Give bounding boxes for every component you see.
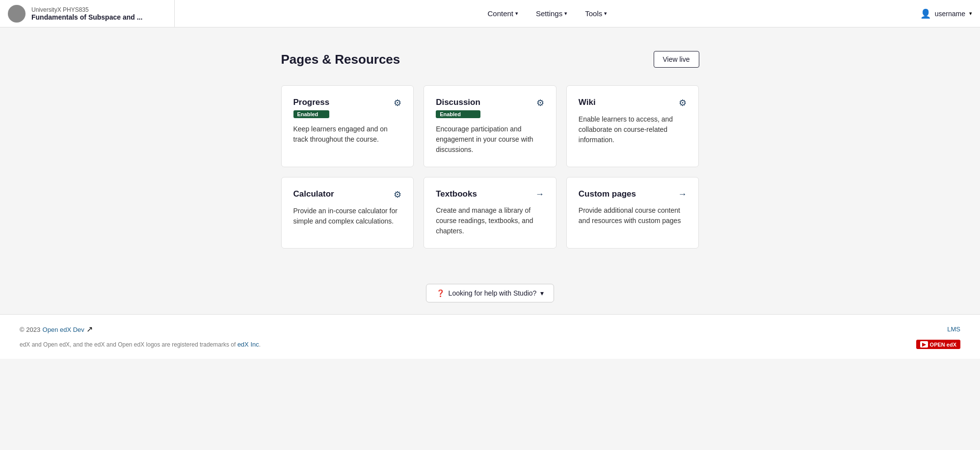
chevron-down-icon: ▾ [604, 10, 607, 17]
card-discussion-title: Discussion [436, 98, 480, 107]
question-icon: ❓ [436, 289, 445, 297]
card-textbooks[interactable]: Textbooks → Create and manage a library … [424, 177, 556, 249]
course-label: Fundamentals of Subspace and ... [31, 13, 142, 21]
footer-left: © 2023 Open edX Dev ↗ [20, 325, 93, 334]
footer: © 2023 Open edX Dev ↗ LMS edX and Open e… [0, 314, 980, 359]
card-progress-desc: Keep learners engaged and on track throu… [293, 124, 402, 155]
open-edx-dev-link[interactable]: Open edX Dev [43, 326, 84, 333]
discussion-enabled-badge: Enabled [436, 110, 480, 118]
page-header: Pages & Resources View live [281, 51, 699, 68]
arrow-right-icon: → [678, 189, 687, 200]
help-bar: ❓ Looking for help with Studio? ▾ [0, 272, 980, 314]
footer-top: © 2023 Open edX Dev ↗ LMS [20, 325, 960, 334]
nav-right: 👤 username ▾ [920, 8, 972, 19]
card-textbooks-desc: Create and manage a library of course re… [436, 205, 544, 236]
gear-icon[interactable]: ⚙ [394, 98, 401, 108]
card-wiki: Wiki ⚙ Enable learners to access, and co… [566, 85, 699, 167]
copyright-text: © 2023 [20, 326, 40, 333]
username-label[interactable]: username [935, 10, 965, 18]
trademark-text: edX and Open edX, and the edX and Open e… [20, 341, 261, 348]
card-custom-pages-desc: Provide additional course content and re… [579, 205, 687, 236]
nav-links: Content ▾ Settings ▾ Tools ▾ [175, 5, 920, 22]
openedx-logo: ▶ OPEN edX [916, 340, 960, 349]
brand-icon [8, 5, 26, 23]
card-textbooks-title: Textbooks [436, 189, 477, 199]
help-label: Looking for help with Studio? [449, 289, 537, 297]
cards-grid: Progress Enabled ⚙ Keep learners engaged… [281, 85, 699, 249]
gear-icon[interactable]: ⚙ [394, 189, 401, 200]
card-calculator-desc: Provide an in-course calculator for simp… [293, 206, 402, 236]
brand-area: UniversityX PHYS835 Fundamentals of Subs… [8, 0, 175, 27]
nav-content[interactable]: Content ▾ [480, 5, 525, 22]
card-wiki-title: Wiki [579, 98, 596, 107]
university-label: UniversityX PHYS835 [31, 6, 142, 13]
chevron-down-icon: ▾ [515, 10, 518, 17]
chevron-down-icon: ▾ [564, 10, 567, 17]
openedx-badge: ▶ OPEN edX [916, 340, 960, 349]
progress-enabled-badge: Enabled [293, 110, 330, 118]
card-discussion: Discussion Enabled ⚙ Encourage participa… [424, 85, 556, 167]
card-wiki-header: Wiki ⚙ [579, 98, 687, 108]
external-link-icon: ↗ [86, 325, 93, 333]
arrow-right-icon: → [535, 189, 544, 200]
card-calculator-header: Calculator ⚙ [293, 189, 402, 200]
user-icon: 👤 [920, 8, 931, 19]
card-custom-pages-title: Custom pages [579, 189, 636, 199]
chevron-down-icon: ▾ [540, 289, 544, 297]
main-content: Pages & Resources View live Progress Ena… [269, 27, 711, 272]
card-progress-header: Progress Enabled ⚙ [293, 98, 402, 118]
card-wiki-desc: Enable learners to access, and collabora… [579, 114, 687, 155]
card-discussion-desc: Encourage participation and engagement i… [436, 124, 544, 155]
card-calculator-title: Calculator [293, 189, 334, 199]
edx-inc-link[interactable]: edX Inc [238, 341, 259, 348]
card-progress-title: Progress [293, 98, 330, 107]
card-calculator: Calculator ⚙ Provide an in-course calcul… [281, 177, 414, 249]
view-live-button[interactable]: View live [654, 51, 699, 68]
nav-tools[interactable]: Tools ▾ [578, 5, 614, 22]
card-custom-pages[interactable]: Custom pages → Provide additional course… [566, 177, 699, 249]
help-button[interactable]: ❓ Looking for help with Studio? ▾ [426, 284, 555, 302]
page-title: Pages & Resources [281, 52, 400, 67]
lms-link[interactable]: LMS [947, 325, 960, 333]
card-textbooks-header: Textbooks → [436, 189, 544, 200]
gear-icon[interactable]: ⚙ [536, 98, 544, 108]
card-progress: Progress Enabled ⚙ Keep learners engaged… [281, 85, 414, 167]
nav-settings[interactable]: Settings ▾ [529, 5, 574, 22]
chevron-down-icon: ▾ [969, 10, 972, 17]
brand-text: UniversityX PHYS835 Fundamentals of Subs… [31, 6, 142, 21]
card-custom-pages-header: Custom pages → [579, 189, 687, 200]
navbar: UniversityX PHYS835 Fundamentals of Subs… [0, 0, 980, 27]
card-discussion-header: Discussion Enabled ⚙ [436, 98, 544, 118]
gear-icon[interactable]: ⚙ [679, 98, 687, 108]
